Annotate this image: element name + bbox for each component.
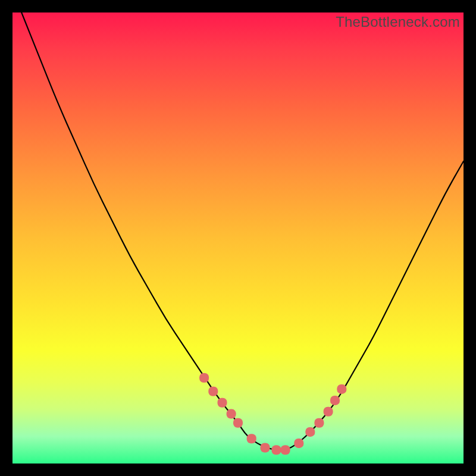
marker-dot: [247, 434, 256, 443]
bottleneck-curve: [21, 12, 464, 450]
marker-dot: [261, 443, 270, 453]
marker-dot: [337, 384, 346, 394]
marker-dot: [208, 387, 218, 396]
marker-dot: [218, 398, 227, 408]
plot-svg: [12, 12, 464, 464]
marker-dots: [199, 373, 346, 455]
marker-dot: [305, 427, 315, 437]
marker-dot: [281, 445, 290, 455]
marker-dot: [330, 396, 340, 405]
marker-dot: [294, 439, 303, 448]
marker-dot: [233, 418, 243, 428]
chart-area: TheBottleneck.com: [12, 12, 464, 464]
marker-dot: [271, 445, 281, 455]
marker-dot: [199, 373, 209, 383]
marker-dot: [324, 407, 333, 416]
marker-dot: [227, 409, 236, 419]
marker-dot: [314, 418, 324, 428]
